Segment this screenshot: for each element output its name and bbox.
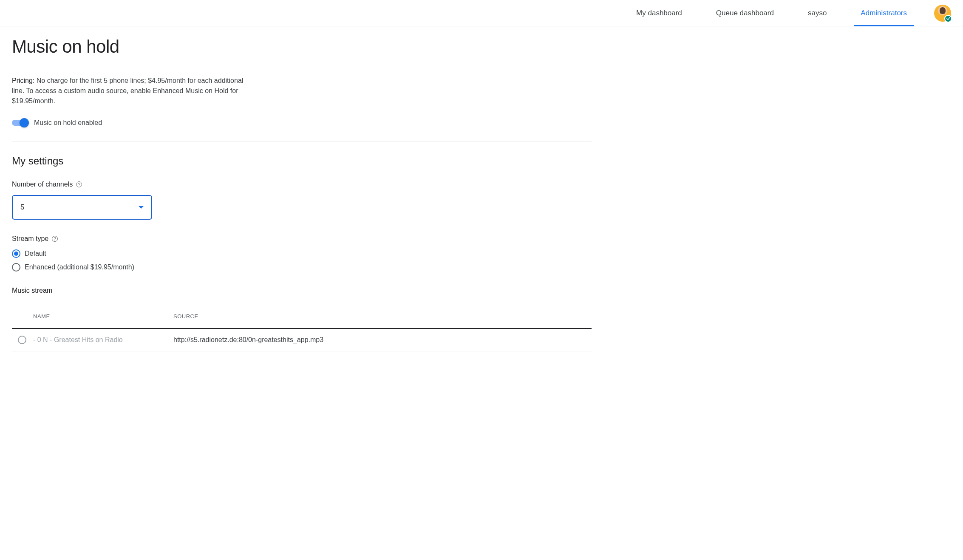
presence-badge-icon <box>944 15 952 23</box>
table-header: NAME SOURCE <box>12 305 592 329</box>
radio-enhanced-label: Enhanced (additional $19.95/month) <box>25 263 134 271</box>
music-stream-label: Music stream <box>12 287 592 294</box>
user-avatar[interactable] <box>934 5 951 22</box>
radio-default-label: Default <box>25 250 46 257</box>
stream-name: - 0 N - Greatest Hits on Radio <box>33 336 173 344</box>
music-stream-table: NAME SOURCE - 0 N - Greatest Hits on Rad… <box>12 305 592 351</box>
stream-type-label-text: Stream type <box>12 235 48 243</box>
pricing-label: Pricing: <box>12 77 34 84</box>
stream-source: http://s5.radionetz.de:80/0n-greatesthit… <box>173 336 586 344</box>
radio-icon <box>12 263 20 272</box>
moh-toggle[interactable] <box>12 118 29 127</box>
channels-label-text: Number of channels <box>12 181 73 188</box>
music-stream-label-text: Music stream <box>12 287 52 294</box>
top-header: My dashboard Queue dashboard sayso Admin… <box>0 0 963 26</box>
stream-type-field: Stream type ? Default Enhanced (addition… <box>12 235 592 272</box>
my-settings-title: My settings <box>12 155 592 167</box>
chevron-down-icon <box>139 206 144 209</box>
stream-type-label: Stream type ? <box>12 235 592 243</box>
channels-value: 5 <box>20 203 24 212</box>
page-title: Music on hold <box>12 37 592 57</box>
music-stream-field: Music stream NAME SOURCE - 0 N - Greates… <box>12 287 592 351</box>
moh-toggle-row: Music on hold enabled <box>12 118 592 127</box>
page-content: Music on hold Pricing: No charge for the… <box>0 26 603 377</box>
radio-icon[interactable] <box>18 336 26 344</box>
tab-administrators[interactable]: Administrators <box>844 0 924 26</box>
section-divider <box>12 141 592 141</box>
nav-tabs: My dashboard Queue dashboard sayso Admin… <box>619 0 924 26</box>
pricing-detail: No charge for the first 5 phone lines; $… <box>12 77 243 105</box>
help-icon[interactable]: ? <box>76 181 82 187</box>
tab-sayso[interactable]: sayso <box>791 0 844 26</box>
channels-label: Number of channels ? <box>12 181 592 188</box>
pricing-text: Pricing: No charge for the first 5 phone… <box>12 76 250 106</box>
col-source-header: SOURCE <box>173 313 586 320</box>
tab-my-dashboard[interactable]: My dashboard <box>619 0 699 26</box>
help-icon[interactable]: ? <box>52 236 58 242</box>
radio-icon <box>12 249 20 258</box>
col-name-header: NAME <box>33 313 173 320</box>
radio-default[interactable]: Default <box>12 249 592 258</box>
table-row[interactable]: - 0 N - Greatest Hits on Radio http://s5… <box>12 329 592 351</box>
channels-field: Number of channels ? 5 <box>12 181 592 220</box>
channels-select[interactable]: 5 <box>12 195 152 220</box>
moh-toggle-label: Music on hold enabled <box>34 119 102 127</box>
radio-enhanced[interactable]: Enhanced (additional $19.95/month) <box>12 263 592 272</box>
tab-queue-dashboard[interactable]: Queue dashboard <box>699 0 791 26</box>
